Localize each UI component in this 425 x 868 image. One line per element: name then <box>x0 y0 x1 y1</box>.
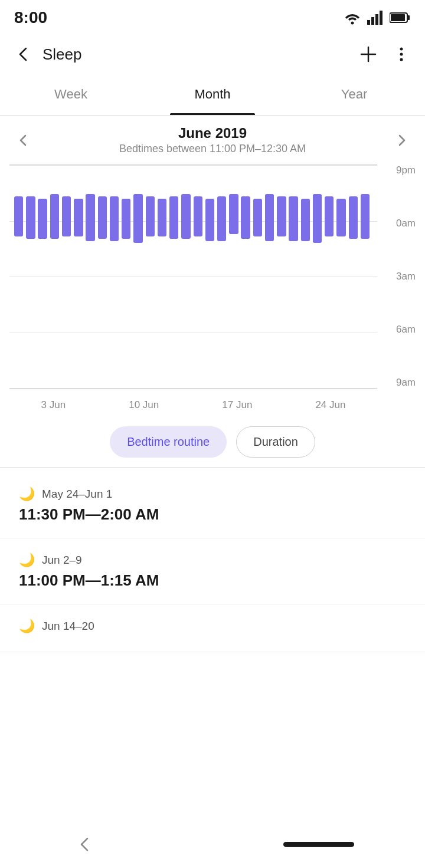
sleep-bar <box>38 199 47 239</box>
svg-point-11 <box>400 53 403 56</box>
y-label-9pm: 9pm <box>380 165 416 176</box>
bottom-nav <box>0 821 425 868</box>
sleep-chart: 9pm 0am 3am 6am 9am 3 Jun 10 Jun 17 Jun … <box>9 165 416 412</box>
sleep-bar <box>205 199 214 241</box>
bedtime-routine-toggle[interactable]: Bedtime routine <box>110 426 227 458</box>
sleep-bar <box>50 194 59 239</box>
record-date: May 24–Jun 1 <box>42 488 112 501</box>
y-label-0am: 0am <box>380 218 416 229</box>
app-bar-actions <box>354 40 416 68</box>
home-indicator[interactable] <box>283 842 354 847</box>
status-time: 8:00 <box>14 8 47 27</box>
x-axis-labels: 3 Jun 10 Jun 17 Jun 24 Jun <box>9 389 377 412</box>
back-button[interactable] <box>9 40 38 68</box>
wifi-icon <box>344 11 361 25</box>
sleep-bar <box>313 194 322 243</box>
x-label-3jun: 3 Jun <box>41 399 66 411</box>
moon-icon: 🌙 <box>19 553 35 568</box>
svg-rect-7 <box>391 14 405 21</box>
tab-month[interactable]: Month <box>142 75 283 115</box>
chart-section: June 2019 Bedtimes between 11:00 PM–12:3… <box>0 116 425 417</box>
sleep-bar <box>14 196 23 236</box>
tabs-container: Week Month Year <box>0 75 425 116</box>
bars-container <box>14 165 372 388</box>
record-date-row: 🌙 Jun 14–20 <box>19 619 406 634</box>
sleep-bar <box>361 194 370 239</box>
next-month-button[interactable] <box>387 126 416 154</box>
sleep-bar <box>241 196 250 239</box>
add-button[interactable] <box>354 40 382 68</box>
sleep-bar <box>74 199 83 236</box>
y-label-6am: 6am <box>380 324 416 336</box>
svg-rect-2 <box>371 17 374 25</box>
svg-rect-6 <box>407 15 410 20</box>
record-time: 11:00 PM—1:15 AM <box>19 571 406 590</box>
app-title: Sleep <box>42 45 354 64</box>
sleep-bar <box>325 196 334 236</box>
app-bar: Sleep <box>0 33 425 75</box>
sleep-bar <box>253 199 262 236</box>
chart-area <box>9 165 377 389</box>
status-bar: 8:00 <box>0 0 425 33</box>
toggle-row: Bedtime routine Duration <box>0 417 425 467</box>
chart-subtitle: Bedtimes between 11:00 PM–12:30 AM <box>119 143 306 155</box>
record-item: 🌙 Jun 2–9 11:00 PM—1:15 AM <box>0 538 425 604</box>
svg-point-10 <box>400 48 403 51</box>
svg-point-12 <box>400 58 403 61</box>
chart-header: June 2019 Bedtimes between 11:00 PM–12:3… <box>0 125 425 155</box>
back-icon <box>15 46 32 63</box>
x-label-24jun: 24 Jun <box>315 399 345 411</box>
sleep-bar <box>62 196 71 236</box>
sleep-bar <box>86 194 94 241</box>
x-label-10jun: 10 Jun <box>129 399 159 411</box>
sleep-bar <box>289 196 298 241</box>
record-item: 🌙 Jun 14–20 <box>0 604 425 652</box>
more-button[interactable] <box>387 40 416 68</box>
sleep-bar <box>122 199 130 239</box>
add-icon <box>359 45 378 64</box>
sleep-bar <box>265 194 274 241</box>
sleep-bar <box>146 196 155 236</box>
svg-rect-1 <box>367 20 370 25</box>
moon-icon: 🌙 <box>19 486 35 502</box>
sleep-bar <box>169 196 178 239</box>
y-label-3am: 3am <box>380 271 416 282</box>
prev-month-button[interactable] <box>9 126 38 154</box>
y-axis-labels: 9pm 0am 3am 6am 9am <box>380 165 416 389</box>
x-label-17jun: 17 Jun <box>222 399 252 411</box>
svg-rect-3 <box>375 14 378 25</box>
sleep-bar <box>158 199 166 236</box>
sleep-bar <box>98 196 107 239</box>
sleep-bar <box>301 199 310 241</box>
record-item: 🌙 May 24–Jun 1 11:30 PM—2:00 AM <box>0 472 425 538</box>
sleep-bar <box>133 194 142 243</box>
more-icon <box>393 46 410 63</box>
svg-point-0 <box>351 22 354 25</box>
sleep-bar <box>336 199 345 236</box>
moon-icon: 🌙 <box>19 619 35 634</box>
record-date-row: 🌙 May 24–Jun 1 <box>19 486 406 502</box>
record-time: 11:30 PM—2:00 AM <box>19 505 406 524</box>
chart-month: June 2019 <box>119 125 306 142</box>
tab-week[interactable]: Week <box>0 75 142 115</box>
sleep-bar <box>217 196 226 241</box>
records-list: 🌙 May 24–Jun 1 11:30 PM—2:00 AM 🌙 Jun 2–… <box>0 468 425 657</box>
duration-toggle[interactable]: Duration <box>236 426 315 458</box>
sleep-bar <box>181 194 190 239</box>
battery-icon <box>390 12 411 24</box>
tab-year[interactable]: Year <box>283 75 425 115</box>
record-date: Jun 2–9 <box>42 554 82 567</box>
sleep-bar <box>349 196 358 239</box>
sleep-bar <box>277 196 286 236</box>
system-back-button[interactable] <box>71 830 99 859</box>
signal-icon <box>367 11 384 25</box>
sleep-bar <box>110 196 119 241</box>
y-label-9am: 9am <box>380 377 416 389</box>
sleep-bar <box>26 196 35 239</box>
record-date-row: 🌙 Jun 2–9 <box>19 553 406 568</box>
sleep-bar <box>194 196 202 236</box>
record-date: Jun 14–20 <box>42 620 94 633</box>
svg-rect-4 <box>380 11 382 25</box>
status-icons <box>344 11 411 25</box>
chart-title-group: June 2019 Bedtimes between 11:00 PM–12:3… <box>119 125 306 155</box>
